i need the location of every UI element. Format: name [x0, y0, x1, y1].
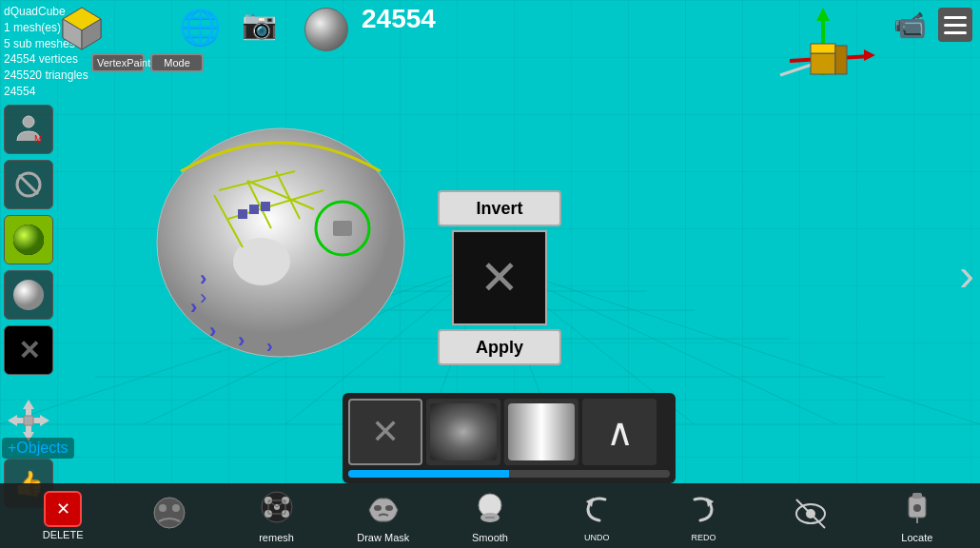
- green-sphere-icon: [11, 223, 46, 257]
- svg-point-76: [385, 505, 393, 511]
- mode-button[interactable]: Mode: [150, 53, 204, 72]
- move-tool[interactable]: [141, 495, 198, 538]
- mode-buttons: VertexPaint Mode: [91, 53, 204, 72]
- svg-marker-38: [40, 415, 49, 426]
- sphere-preview: [304, 8, 348, 51]
- gradient-brush-item[interactable]: [504, 399, 578, 465]
- object-tool-button[interactable]: M: [4, 105, 53, 154]
- top-counter: 24554: [362, 4, 436, 34]
- locate-label: Locate: [901, 532, 932, 543]
- invert-popup: Invert ✕ Apply: [438, 190, 561, 365]
- svg-marker-18: [816, 8, 830, 21]
- gradient-brush-icon: [508, 403, 575, 460]
- svg-point-60: [154, 498, 185, 528]
- x-brush-item[interactable]: ✕: [348, 399, 422, 465]
- redo-label: REDO: [691, 533, 715, 542]
- counter-small: 24554: [4, 84, 88, 100]
- person-icon: M: [13, 114, 44, 145]
- invert-button[interactable]: Invert: [438, 190, 561, 226]
- video-camera-icon[interactable]: 📹: [893, 10, 927, 41]
- smooth-icon: [472, 489, 508, 530]
- svg-rect-58: [249, 205, 259, 214]
- svg-marker-32: [23, 400, 34, 409]
- svg-point-62: [172, 504, 180, 512]
- noise-brush-icon: [430, 403, 497, 460]
- remesh-label: remesh: [259, 532, 294, 543]
- green-sphere-button[interactable]: [4, 215, 53, 264]
- cube-icon-area: [57, 4, 107, 57]
- x-cross-icon: ✕: [480, 254, 519, 302]
- svg-point-25: [23, 116, 34, 127]
- remesh-tool[interactable]: remesh: [248, 489, 305, 543]
- invert-x-box[interactable]: ✕: [452, 230, 547, 325]
- svg-point-75: [374, 505, 382, 511]
- svg-rect-23: [811, 44, 835, 53]
- svg-line-28: [19, 175, 38, 194]
- head-model-svg: › › › › › ›: [124, 95, 438, 371]
- delete-x-icon: ✕: [56, 500, 70, 518]
- vertex-paint-button[interactable]: VertexPaint: [91, 53, 145, 72]
- globe-icon[interactable]: 🌐: [179, 8, 222, 48]
- svg-rect-86: [912, 493, 922, 499]
- delete-label: DELETE: [43, 529, 84, 540]
- objects-button[interactable]: +Objects: [2, 438, 74, 459]
- svg-text:›: ›: [266, 335, 273, 356]
- white-circle-icon: [11, 278, 46, 312]
- remesh-icon: [259, 489, 295, 530]
- svg-rect-40: [24, 416, 33, 425]
- hamburger-menu[interactable]: [938, 8, 972, 42]
- svg-text:›: ›: [190, 295, 197, 319]
- svg-rect-57: [238, 209, 247, 219]
- x-brush-icon: ✕: [371, 412, 400, 452]
- x-icon: ✕: [18, 335, 40, 366]
- triangles-count: 245520 triangles: [4, 68, 88, 84]
- brush-row: ✕ ∧: [348, 399, 670, 465]
- svg-text:›: ›: [238, 328, 245, 352]
- svg-rect-24: [835, 46, 847, 74]
- chevron-brush-icon: ∧: [586, 403, 653, 460]
- draw-mask-icon: [365, 489, 402, 530]
- brush-progress-fill: [348, 470, 509, 478]
- svg-point-61: [159, 504, 167, 512]
- smooth-label: Smooth: [472, 532, 508, 543]
- gizmo-svg: [761, 4, 885, 89]
- svg-point-87: [913, 504, 921, 512]
- locate-icon: [899, 489, 935, 530]
- bottom-toolbar: ✕ DELETE: [0, 483, 980, 548]
- undo-tool[interactable]: UNDO: [568, 490, 625, 542]
- no-symbol-icon: [14, 170, 43, 199]
- right-arrow-button[interactable]: ›: [959, 248, 974, 301]
- svg-text:›: ›: [209, 319, 216, 342]
- noise-brush-item[interactable]: [426, 399, 500, 465]
- undo-label: UNDO: [584, 533, 610, 542]
- draw-mask-label: Draw Mask: [357, 532, 409, 543]
- svg-rect-44: [333, 221, 352, 236]
- brush-progress-bar[interactable]: [348, 470, 670, 478]
- chevron-icon: ∧: [606, 413, 634, 451]
- draw-mask-tool[interactable]: Draw Mask: [355, 489, 412, 543]
- hamburger-line-1: [944, 16, 967, 19]
- gizmo-widget: [761, 4, 885, 89]
- svg-text:M: M: [34, 134, 42, 145]
- svg-rect-59: [261, 202, 270, 211]
- brush-panel: ✕ ∧: [343, 393, 676, 483]
- chevron-brush-item[interactable]: ∧: [582, 399, 657, 465]
- x-tool-button[interactable]: ✕: [4, 325, 53, 375]
- hide-icon: [793, 496, 829, 537]
- undo-icon: [578, 490, 615, 531]
- head-model-area: › › › › › ›: [124, 95, 438, 371]
- svg-marker-36: [8, 415, 17, 426]
- delete-tool[interactable]: ✕ DELETE: [34, 491, 91, 540]
- apply-button[interactable]: Apply: [438, 329, 561, 365]
- white-circle-button[interactable]: [4, 270, 53, 320]
- hide-tool[interactable]: [782, 496, 839, 537]
- redo-icon: [685, 490, 721, 531]
- smooth-tool[interactable]: Smooth: [461, 489, 519, 543]
- redo-tool[interactable]: REDO: [675, 490, 732, 542]
- svg-point-31: [13, 280, 44, 310]
- no-symbol-button[interactable]: [4, 160, 53, 209]
- locate-tool[interactable]: Locate: [889, 489, 946, 543]
- hamburger-line-3: [944, 31, 967, 34]
- svg-point-30: [13, 225, 44, 255]
- screenshot-icon[interactable]: 📷: [242, 8, 277, 41]
